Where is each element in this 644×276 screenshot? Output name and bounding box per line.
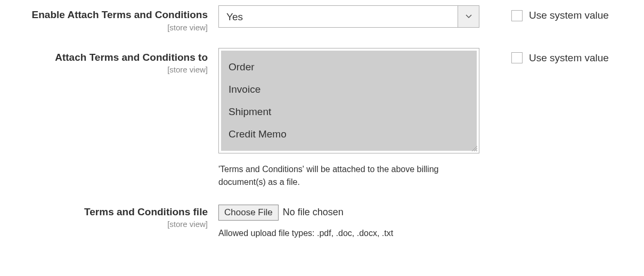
admin-config-form: Enable Attach Terms and Conditions [stor… [0, 5, 644, 240]
label-column: Terms and Conditions file [store view] [0, 205, 218, 229]
row-enable-attach: Enable Attach Terms and Conditions [stor… [0, 5, 644, 32]
file-label: Terms and Conditions file [0, 206, 208, 219]
attach-to-multiselect[interactable]: Order Invoice Shipment Credit Memo [218, 48, 479, 153]
multiselect-option-shipment[interactable]: Shipment [221, 101, 477, 123]
row-file: Terms and Conditions file [store view] C… [0, 205, 644, 240]
scope-label: [store view] [0, 65, 208, 74]
label-column: Attach Terms and Conditions to [store vi… [0, 48, 218, 75]
system-value-column: Use system value [479, 5, 609, 21]
row-attach-to: Attach Terms and Conditions to [store vi… [0, 48, 644, 189]
file-status-text: No file chosen [283, 207, 344, 218]
multiselect-option-invoice[interactable]: Invoice [221, 78, 477, 101]
file-help-text: Allowed upload file types: .pdf, .doc, .… [218, 227, 479, 240]
use-system-value-checkbox[interactable] [511, 52, 523, 63]
input-column: Yes [218, 5, 479, 28]
scope-label: [store view] [0, 220, 208, 229]
label-column: Enable Attach Terms and Conditions [stor… [0, 5, 218, 32]
choose-file-button[interactable]: Choose File [218, 205, 279, 221]
enable-attach-select-wrapper: Yes [218, 5, 479, 28]
multiselect-option-credit-memo[interactable]: Credit Memo [221, 123, 477, 145]
enable-attach-select[interactable]: Yes [218, 5, 479, 28]
attach-to-label: Attach Terms and Conditions to [0, 51, 208, 64]
input-column: Order Invoice Shipment Credit Memo 'Term… [218, 48, 479, 189]
use-system-value-label[interactable]: Use system value [529, 10, 609, 21]
attach-to-help-text: 'Terms and Conditions' will be attached … [218, 163, 479, 189]
enable-attach-label: Enable Attach Terms and Conditions [0, 9, 208, 22]
system-value-column: Use system value [479, 48, 609, 64]
multiselect-option-order[interactable]: Order [221, 56, 477, 78]
file-input-wrapper: Choose File No file chosen [218, 205, 479, 221]
use-system-value-checkbox[interactable] [511, 10, 523, 21]
input-column: Choose File No file chosen Allowed uploa… [218, 205, 479, 240]
scope-label: [store view] [0, 23, 208, 32]
use-system-value-label[interactable]: Use system value [529, 52, 609, 64]
multiselect-inner: Order Invoice Shipment Credit Memo [221, 51, 477, 151]
